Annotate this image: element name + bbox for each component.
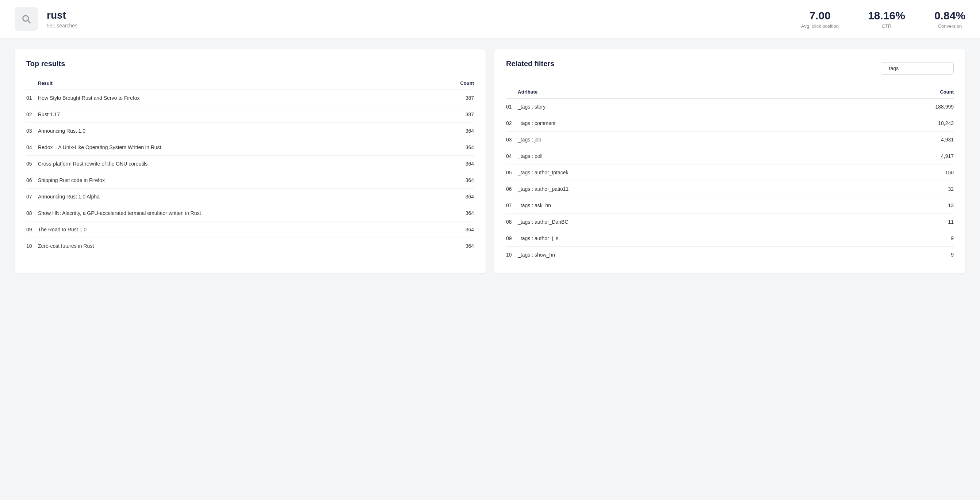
- metric-label-avg-click-position: Avg. click position: [801, 23, 839, 29]
- row-count: 32: [838, 181, 954, 197]
- row-label: Shipping Rust code in Firefox: [38, 172, 440, 188]
- metric-label-ctr: CTR: [868, 23, 905, 29]
- table-row: 06 _tags : author_patio11 32: [506, 181, 954, 197]
- table-row: 06 Shipping Rust code in Firefox 364: [26, 172, 474, 188]
- metrics-group: 7.00 Avg. click position 18.16% CTR 0.84…: [801, 10, 966, 29]
- row-num: 08: [26, 205, 38, 222]
- row-label: _tags : author_patio11: [518, 181, 838, 197]
- related-filters-table: Attribute Count 01 _tags : story 188,999…: [506, 86, 954, 263]
- row-num: 05: [26, 156, 38, 172]
- row-num: 10: [26, 238, 38, 254]
- col-result: Result: [38, 77, 440, 90]
- row-label: _tags : job: [518, 132, 838, 148]
- row-label: How Stylo Brought Rust and Servo to Fire…: [38, 90, 440, 106]
- metric-avg-click-position: 7.00 Avg. click position: [801, 10, 839, 29]
- row-label: The Road to Rust 1.0: [38, 222, 440, 238]
- table-row: 05 Cross-platform Rust rewrite of the GN…: [26, 156, 474, 172]
- query-searches: 551 searches: [47, 23, 801, 29]
- row-label: _tags : story: [518, 99, 838, 115]
- row-num: 05: [506, 165, 518, 181]
- table-row: 09 _tags : author_j_s 9: [506, 230, 954, 247]
- row-num: 10: [506, 247, 518, 263]
- table-row: 10 _tags : show_hn 9: [506, 247, 954, 263]
- related-filters-header-row: Attribute Count: [506, 86, 954, 99]
- col-count: Count: [440, 77, 474, 90]
- row-num: 06: [506, 181, 518, 197]
- row-num: 03: [506, 132, 518, 148]
- metric-label-conversion: Conversion: [934, 23, 966, 29]
- query-term: rust: [47, 10, 801, 21]
- row-label: Rust 1.17: [38, 106, 440, 123]
- table-row: 04 _tags : poll 4,917: [506, 148, 954, 165]
- row-count: 4,931: [838, 132, 954, 148]
- row-num: 02: [506, 115, 518, 132]
- row-num: 09: [506, 230, 518, 247]
- row-label: _tags : ask_hn: [518, 197, 838, 214]
- metric-ctr: 18.16% CTR: [868, 10, 905, 29]
- row-count: 11: [838, 214, 954, 230]
- top-results-tbody: 01 How Stylo Brought Rust and Servo to F…: [26, 90, 474, 254]
- query-info: rust 551 searches: [47, 10, 801, 29]
- svg-line-1: [28, 21, 31, 23]
- row-label: Announcing Rust 1.0 Alpha: [38, 188, 440, 205]
- row-count: 364: [440, 238, 474, 254]
- main-content: Top results Result Count 01 How Stylo Br…: [0, 38, 980, 284]
- row-label: _tags : comment: [518, 115, 838, 132]
- metric-conversion: 0.84% Conversion: [934, 10, 966, 29]
- col-count: Count: [838, 86, 954, 99]
- row-count: 9: [838, 230, 954, 247]
- metric-value-avg-click-position: 7.00: [801, 10, 839, 22]
- row-label: _tags : show_hn: [518, 247, 838, 263]
- filter-input[interactable]: [881, 62, 954, 75]
- row-count: 9: [838, 247, 954, 263]
- top-results-title: Top results: [26, 59, 474, 68]
- row-label: _tags : poll: [518, 148, 838, 165]
- table-row: 01 _tags : story 188,999: [506, 99, 954, 115]
- metric-value-conversion: 0.84%: [934, 10, 966, 22]
- row-count: 364: [440, 222, 474, 238]
- row-count: 364: [440, 156, 474, 172]
- top-results-header-row: Result Count: [26, 77, 474, 90]
- row-count: 150: [838, 165, 954, 181]
- row-label: _tags : author_DanBC: [518, 214, 838, 230]
- row-num: 08: [506, 214, 518, 230]
- table-row: 08 _tags : author_DanBC 11: [506, 214, 954, 230]
- row-label: Redox – A Unix-Like Operating System Wri…: [38, 139, 440, 156]
- row-label: _tags : author_tptacek: [518, 165, 838, 181]
- table-row: 07 _tags : ask_hn 13: [506, 197, 954, 214]
- svg-point-0: [23, 16, 29, 21]
- related-filters-title: Related filters: [506, 59, 554, 68]
- table-row: 03 Announcing Rust 1.0 364: [26, 123, 474, 139]
- table-row: 02 Rust 1.17 387: [26, 106, 474, 123]
- search-icon: [21, 14, 32, 24]
- row-label: Zero-cost futures in Rust: [38, 238, 440, 254]
- table-row: 03 _tags : job 4,931: [506, 132, 954, 148]
- top-results-thead: Result Count: [26, 77, 474, 90]
- page-header: rust 551 searches 7.00 Avg. click positi…: [0, 0, 980, 38]
- row-count: 4,917: [838, 148, 954, 165]
- row-num: 02: [26, 106, 38, 123]
- related-filters-tbody: 01 _tags : story 188,999 02 _tags : comm…: [506, 99, 954, 263]
- row-count: 387: [440, 90, 474, 106]
- row-count: 13: [838, 197, 954, 214]
- row-num: 04: [26, 139, 38, 156]
- row-num: 01: [26, 90, 38, 106]
- row-num: 07: [506, 197, 518, 214]
- col-attribute: Attribute: [518, 86, 838, 99]
- row-label: Cross-platform Rust rewrite of the GNU c…: [38, 156, 440, 172]
- related-filters-card: Related filters Attribute Count 01 _tags…: [495, 50, 966, 273]
- row-count: 364: [440, 123, 474, 139]
- table-row: 01 How Stylo Brought Rust and Servo to F…: [26, 90, 474, 106]
- table-row: 04 Redox – A Unix-Like Operating System …: [26, 139, 474, 156]
- top-results-table: Result Count 01 How Stylo Brought Rust a…: [26, 77, 474, 254]
- row-num: 06: [26, 172, 38, 188]
- table-row: 07 Announcing Rust 1.0 Alpha 364: [26, 188, 474, 205]
- row-count: 188,999: [838, 99, 954, 115]
- table-row: 02 _tags : comment 10,243: [506, 115, 954, 132]
- related-filters-thead: Attribute Count: [506, 86, 954, 99]
- row-label: Show HN: Alacritty, a GPU-accelerated te…: [38, 205, 440, 222]
- row-count: 364: [440, 205, 474, 222]
- row-label: Announcing Rust 1.0: [38, 123, 440, 139]
- row-count: 387: [440, 106, 474, 123]
- related-filters-header: Related filters: [506, 59, 954, 77]
